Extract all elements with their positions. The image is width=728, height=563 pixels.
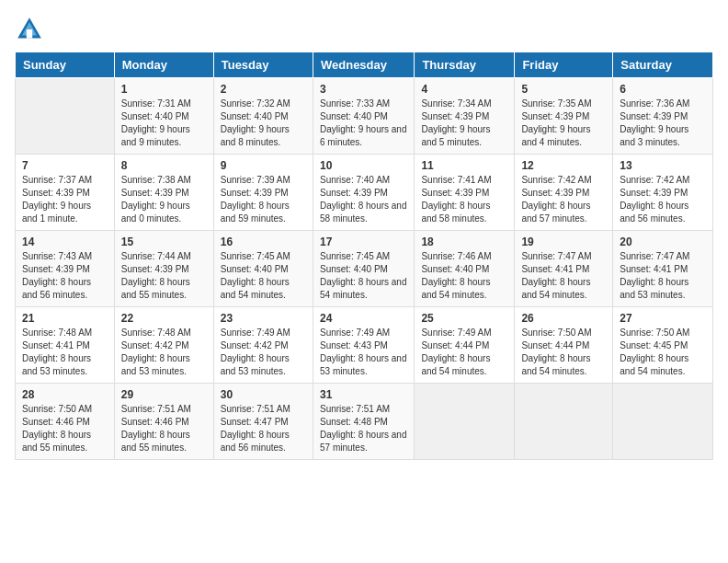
calendar-cell [613,384,713,460]
day-info: Sunrise: 7:49 AMSunset: 4:42 PMDaylight:… [221,327,306,378]
day-number: 13 [620,159,706,172]
day-number: 12 [521,159,606,172]
day-info: Sunrise: 7:49 AMSunset: 4:44 PMDaylight:… [421,327,507,378]
day-number: 26 [521,312,606,325]
day-number: 7 [22,159,108,172]
day-number: 5 [521,83,606,96]
day-info: Sunrise: 7:50 AMSunset: 4:45 PMDaylight:… [620,327,706,378]
calendar-cell [16,78,115,155]
header-friday: Friday [515,52,613,78]
calendar-cell: 6Sunrise: 7:36 AMSunset: 4:39 PMDaylight… [613,78,713,155]
day-info: Sunrise: 7:42 AMSunset: 4:39 PMDaylight:… [620,174,706,225]
day-number: 1 [121,83,207,96]
calendar-cell: 1Sunrise: 7:31 AMSunset: 4:40 PMDaylight… [114,78,213,155]
day-info: Sunrise: 7:31 AMSunset: 4:40 PMDaylight:… [121,98,207,149]
day-info: Sunrise: 7:37 AMSunset: 4:39 PMDaylight:… [22,174,108,225]
day-number: 30 [221,388,306,401]
calendar-cell: 21Sunrise: 7:48 AMSunset: 4:41 PMDayligh… [16,307,115,384]
header-sunday: Sunday [16,52,115,78]
calendar-table: SundayMondayTuesdayWednesdayThursdayFrid… [15,52,713,460]
calendar-cell: 3Sunrise: 7:33 AMSunset: 4:40 PMDaylight… [313,78,414,155]
calendar-cell: 26Sunrise: 7:50 AMSunset: 4:44 PMDayligh… [515,307,613,384]
calendar-cell: 23Sunrise: 7:49 AMSunset: 4:42 PMDayligh… [213,307,313,384]
day-info: Sunrise: 7:45 AMSunset: 4:40 PMDaylight:… [221,250,306,302]
calendar-cell: 15Sunrise: 7:44 AMSunset: 4:39 PMDayligh… [114,231,213,307]
day-info: Sunrise: 7:51 AMSunset: 4:47 PMDaylight:… [221,403,306,454]
day-number: 17 [320,236,407,248]
calendar-cell: 13Sunrise: 7:42 AMSunset: 4:39 PMDayligh… [613,155,713,231]
day-info: Sunrise: 7:35 AMSunset: 4:39 PMDaylight:… [521,98,606,149]
calendar-cell: 25Sunrise: 7:49 AMSunset: 4:44 PMDayligh… [415,307,515,384]
calendar-cell: 10Sunrise: 7:40 AMSunset: 4:39 PMDayligh… [313,155,414,231]
day-number: 20 [620,236,706,248]
day-number: 14 [22,236,108,248]
day-number: 25 [421,312,507,325]
day-number: 4 [421,83,507,96]
day-info: Sunrise: 7:50 AMSunset: 4:44 PMDaylight:… [521,327,606,378]
calendar-cell: 7Sunrise: 7:37 AMSunset: 4:39 PMDaylight… [16,155,115,231]
calendar-header-row: SundayMondayTuesdayWednesdayThursdayFrid… [16,52,713,78]
calendar-cell: 14Sunrise: 7:43 AMSunset: 4:39 PMDayligh… [16,231,115,307]
day-info: Sunrise: 7:49 AMSunset: 4:43 PMDaylight:… [320,327,407,378]
week-row-4: 21Sunrise: 7:48 AMSunset: 4:41 PMDayligh… [16,307,713,384]
calendar-cell: 11Sunrise: 7:41 AMSunset: 4:39 PMDayligh… [415,155,515,231]
day-info: Sunrise: 7:51 AMSunset: 4:46 PMDaylight:… [121,403,207,454]
calendar-cell: 4Sunrise: 7:34 AMSunset: 4:39 PMDaylight… [415,78,515,155]
header-wednesday: Wednesday [313,52,414,78]
day-info: Sunrise: 7:41 AMSunset: 4:39 PMDaylight:… [421,174,507,225]
day-info: Sunrise: 7:51 AMSunset: 4:48 PMDaylight:… [320,403,407,454]
header-tuesday: Tuesday [213,52,313,78]
day-number: 3 [320,83,407,96]
day-info: Sunrise: 7:48 AMSunset: 4:41 PMDaylight:… [22,327,108,378]
day-number: 21 [22,312,108,325]
calendar-cell: 27Sunrise: 7:50 AMSunset: 4:45 PMDayligh… [613,307,713,384]
header-thursday: Thursday [415,52,515,78]
calendar-cell: 24Sunrise: 7:49 AMSunset: 4:43 PMDayligh… [313,307,414,384]
day-number: 27 [620,312,706,325]
calendar-cell: 2Sunrise: 7:32 AMSunset: 4:40 PMDaylight… [213,78,313,155]
day-info: Sunrise: 7:33 AMSunset: 4:40 PMDaylight:… [320,98,407,149]
page-header [15,15,713,44]
week-row-3: 14Sunrise: 7:43 AMSunset: 4:39 PMDayligh… [16,231,713,307]
day-info: Sunrise: 7:40 AMSunset: 4:39 PMDaylight:… [320,174,407,225]
day-number: 8 [121,159,207,172]
day-number: 18 [421,236,507,248]
week-row-5: 28Sunrise: 7:50 AMSunset: 4:46 PMDayligh… [16,384,713,460]
calendar-cell: 12Sunrise: 7:42 AMSunset: 4:39 PMDayligh… [515,155,613,231]
day-info: Sunrise: 7:39 AMSunset: 4:39 PMDaylight:… [221,174,306,225]
calendar-cell [415,384,515,460]
week-row-2: 7Sunrise: 7:37 AMSunset: 4:39 PMDaylight… [16,155,713,231]
calendar-cell: 16Sunrise: 7:45 AMSunset: 4:40 PMDayligh… [213,231,313,307]
calendar-cell: 19Sunrise: 7:47 AMSunset: 4:41 PMDayligh… [515,231,613,307]
day-number: 6 [620,83,706,96]
day-number: 22 [121,312,207,325]
day-number: 2 [221,83,306,96]
logo-icon [15,15,44,44]
header-saturday: Saturday [613,52,713,78]
calendar-cell: 20Sunrise: 7:47 AMSunset: 4:41 PMDayligh… [613,231,713,307]
day-number: 31 [320,388,407,401]
logo [15,15,48,44]
calendar-cell: 17Sunrise: 7:45 AMSunset: 4:40 PMDayligh… [313,231,414,307]
svg-rect-2 [27,29,32,39]
day-info: Sunrise: 7:38 AMSunset: 4:39 PMDaylight:… [121,174,207,225]
day-info: Sunrise: 7:48 AMSunset: 4:42 PMDaylight:… [121,327,207,378]
header-monday: Monday [114,52,213,78]
calendar-cell: 29Sunrise: 7:51 AMSunset: 4:46 PMDayligh… [114,384,213,460]
day-info: Sunrise: 7:32 AMSunset: 4:40 PMDaylight:… [221,98,306,149]
day-info: Sunrise: 7:42 AMSunset: 4:39 PMDaylight:… [521,174,606,225]
day-number: 11 [421,159,507,172]
day-number: 24 [320,312,407,325]
day-info: Sunrise: 7:47 AMSunset: 4:41 PMDaylight:… [521,250,606,302]
day-number: 16 [221,236,306,248]
calendar-cell: 18Sunrise: 7:46 AMSunset: 4:40 PMDayligh… [415,231,515,307]
day-info: Sunrise: 7:44 AMSunset: 4:39 PMDaylight:… [121,250,207,302]
day-number: 10 [320,159,407,172]
calendar-cell: 8Sunrise: 7:38 AMSunset: 4:39 PMDaylight… [114,155,213,231]
calendar-cell: 22Sunrise: 7:48 AMSunset: 4:42 PMDayligh… [114,307,213,384]
day-number: 28 [22,388,108,401]
day-number: 19 [521,236,606,248]
calendar-cell [515,384,613,460]
day-info: Sunrise: 7:43 AMSunset: 4:39 PMDaylight:… [22,250,108,302]
day-info: Sunrise: 7:34 AMSunset: 4:39 PMDaylight:… [421,98,507,149]
